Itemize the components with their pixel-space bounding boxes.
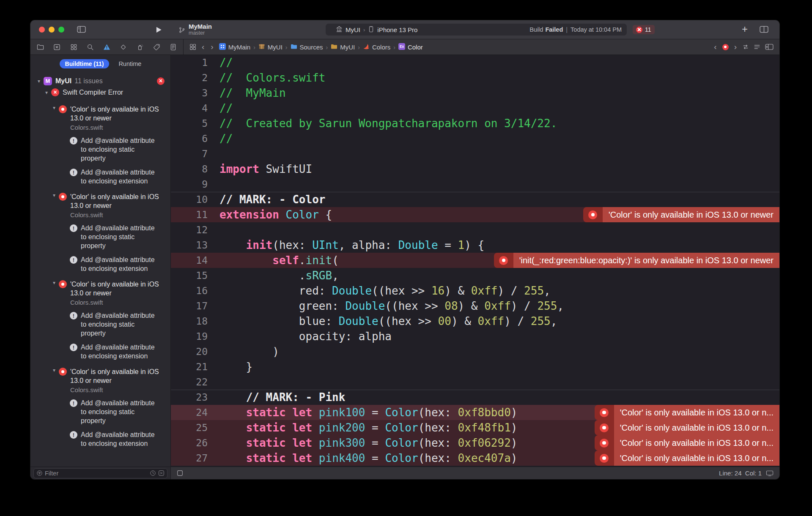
project-row[interactable]: M MyUI 11 issues [30, 75, 170, 87]
issue-navigator-icon[interactable] [103, 44, 110, 51]
code-line[interactable]: 10// MARK: - Color [171, 192, 779, 207]
code-line[interactable]: 11extension Color {'Color' is only avail… [171, 207, 779, 222]
code-line[interactable]: 16 red: Double((hex >> 16) & 0xff) / 255… [171, 283, 779, 298]
breadcrumb-item[interactable]: MyUI [258, 43, 283, 51]
breakpoint-navigator-icon[interactable] [153, 44, 160, 51]
error-banner[interactable]: 'Color' is only available in iOS 13.0 or… [583, 207, 779, 222]
run-button[interactable] [156, 26, 162, 33]
find-navigator-icon[interactable] [87, 44, 94, 51]
test-navigator-icon[interactable] [120, 44, 127, 51]
chevron-down-icon[interactable] [36, 78, 42, 84]
toggle-navigator-icon[interactable] [77, 26, 86, 33]
symbol-navigator-icon[interactable] [70, 44, 77, 51]
error-banner[interactable]: 'init(_:red:green:blue:opacity:)' is onl… [494, 253, 779, 268]
activity-view[interactable]: MyUI › iPhone 13 Pro BuildFailed|Today a… [326, 24, 627, 35]
code-line[interactable]: 9 [171, 177, 779, 192]
code-line[interactable]: 3// MyMain [171, 85, 779, 101]
fixit-item[interactable]: Add @available attribute to enclosing st… [30, 311, 170, 338]
project-navigator-icon[interactable] [37, 44, 44, 51]
error-banner[interactable]: 'Color' is only available in iOS 13.0 or… [595, 420, 779, 435]
close-button[interactable] [39, 27, 45, 33]
issue-item[interactable]: 'Color' is only available in iOS 13.0 or… [30, 367, 170, 393]
fixit-item[interactable]: Add @available attribute to enclosing st… [30, 224, 170, 250]
code-line[interactable]: 2// Colors.swift [171, 70, 779, 85]
issue-item[interactable]: 'Color' is only available in iOS 13.0 or… [30, 105, 170, 131]
report-navigator-icon[interactable] [170, 44, 177, 51]
issue-item[interactable]: 'Color' is only available in iOS 13.0 or… [30, 192, 170, 218]
code-line[interactable]: 8import SwiftUI [171, 161, 779, 177]
recent-issues-filter-icon[interactable] [150, 470, 156, 476]
add-editor-button[interactable] [765, 44, 774, 50]
fixit-item[interactable]: Add @available attribute to enclosing ex… [30, 343, 170, 360]
tab-runtime[interactable]: Runtime [118, 60, 141, 67]
code-line[interactable]: 19 opacity: alpha [171, 329, 779, 344]
breadcrumb-item[interactable]: ExColor [398, 43, 423, 51]
next-issue-button[interactable] [733, 44, 738, 50]
chevron-down-icon[interactable] [51, 280, 57, 286]
fixit-label: Add @available attribute to enclosing st… [81, 224, 157, 250]
code-line[interactable]: 23 // MARK: - Pink [171, 390, 779, 405]
adjust-editor-options-icon[interactable] [754, 44, 760, 50]
back-button[interactable] [201, 44, 205, 50]
breadcrumb-item[interactable]: MyMain [219, 43, 251, 51]
code-line[interactable]: 14 self.init('init(_:red:green:blue:opac… [171, 253, 779, 268]
chevron-down-icon[interactable] [51, 105, 57, 111]
previous-issue-button[interactable] [713, 44, 717, 50]
minimize-button[interactable] [49, 27, 55, 33]
display-icon[interactable] [766, 470, 774, 477]
code-line[interactable]: 6// [171, 131, 779, 146]
error-banner[interactable]: 'Color' is only available in iOS 13.0 or… [595, 450, 779, 466]
errors-only-filter-icon[interactable] [158, 470, 165, 476]
error-banner[interactable]: 'Color' is only available in iOS 13.0 or… [595, 435, 779, 450]
editor-content-icon[interactable] [177, 470, 183, 476]
code-line[interactable]: 25 static let pink200 = Color(hex: 0xf48… [171, 420, 779, 435]
code-line[interactable]: 21 } [171, 359, 779, 374]
code-line[interactable]: 4// [171, 101, 779, 116]
editor-layout-button[interactable] [760, 26, 768, 33]
error-group-row[interactable]: Swift Compiler Error [30, 87, 170, 98]
related-items-icon[interactable] [189, 44, 196, 50]
scheme-target[interactable]: MyUI [346, 26, 360, 33]
code-line[interactable]: 24 static let pink100 = Color(hex: 0xf8b… [171, 405, 779, 420]
filter-input[interactable]: Filter [33, 468, 167, 478]
add-tab-button[interactable] [742, 24, 748, 35]
code-line[interactable]: 22 [171, 374, 779, 390]
code-line[interactable]: 26 static let pink300 = Color(hex: 0xf06… [171, 435, 779, 450]
chevron-down-icon[interactable] [44, 90, 49, 96]
code-line[interactable]: 27 static let pink400 = Color(hex: 0xec4… [171, 450, 779, 466]
forward-button[interactable] [210, 44, 214, 50]
breadcrumb-item[interactable]: Colors [363, 43, 390, 51]
fixit-item[interactable]: Add @available attribute to enclosing ex… [30, 430, 170, 448]
tab-buildtime[interactable]: Buildtime (11) [60, 59, 110, 68]
error-banner[interactable]: 'Color' is only available in iOS 13.0 or… [595, 405, 779, 420]
chevron-down-icon[interactable] [51, 367, 57, 373]
code-line[interactable]: 18 blue: Double((hex >> 00) & 0xff) / 25… [171, 314, 779, 329]
fixit-item[interactable]: Add @available attribute to enclosing st… [30, 136, 170, 163]
titlebar[interactable]: MyMain master MyUI › iPhone 13 Pro Build… [30, 20, 779, 39]
code-line[interactable]: 5// Created by Sarun Wongpatcharapakorn … [171, 116, 779, 131]
fixit-item[interactable]: Add @available attribute to enclosing ex… [30, 168, 170, 186]
debug-navigator-icon[interactable] [137, 44, 144, 51]
code-review-icon[interactable] [742, 44, 749, 50]
fixit-item[interactable]: Add @available attribute to enclosing ex… [30, 255, 170, 273]
code-line[interactable]: 12 [171, 222, 779, 238]
fixit-item[interactable]: Add @available attribute to enclosing st… [30, 399, 170, 425]
breadcrumb-item[interactable]: Sources [291, 43, 323, 51]
issue-stepper-icon[interactable] [722, 44, 729, 50]
code-line[interactable]: 13 init(hex: UInt, alpha: Double = 1) { [171, 238, 779, 253]
code-line[interactable]: 15 .sRGB, [171, 268, 779, 283]
breadcrumb-item[interactable]: MyUI [331, 43, 355, 51]
issue-item[interactable]: 'Color' is only available in iOS 13.0 or… [30, 280, 170, 306]
code-line[interactable]: 7 [171, 146, 779, 161]
scheme-device[interactable]: iPhone 13 Pro [377, 26, 417, 33]
chevron-down-icon[interactable] [51, 192, 57, 198]
code-line[interactable]: 20 ) [171, 344, 779, 359]
jump-bar[interactable]: MyMainMyUISourcesMyUIColorsExColor [184, 39, 779, 55]
code-area[interactable]: 1//2// Colors.swift3// MyMain4//5// Crea… [171, 55, 779, 467]
error-count-badge[interactable]: 11 [633, 25, 655, 34]
zoom-button[interactable] [58, 27, 64, 33]
source-control-navigator-icon[interactable] [53, 44, 60, 51]
navigator-bar[interactable] [30, 39, 184, 55]
code-line[interactable]: 17 green: Double((hex >> 08) & 0xff) / 2… [171, 298, 779, 314]
code-line[interactable]: 1// [171, 55, 779, 70]
